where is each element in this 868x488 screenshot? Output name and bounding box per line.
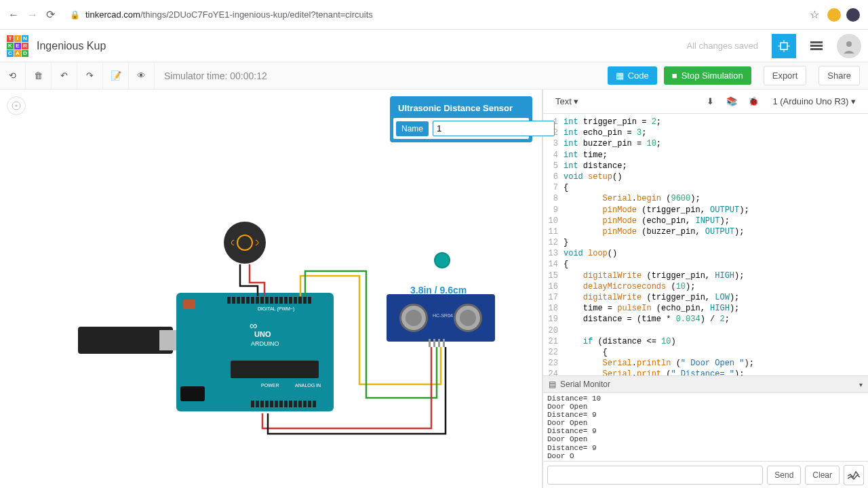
arduino-board[interactable]: DIGITAL (PWM~) ∞ UNO ARDUINO POWER ANALO… [176, 293, 334, 411]
serial-input[interactable] [547, 466, 763, 485]
code-icon: ▦ [616, 70, 624, 81]
svg-rect-6 [810, 45, 823, 47]
code-panel: Text ▾ ⬇ 📚 🐞 1 (Arduino Uno R3) ▾ 1int t… [542, 89, 868, 488]
save-status: All changes saved [686, 41, 758, 51]
component-inspector: Ultrasonic Distance Sensor Name [390, 96, 532, 142]
extension-icon[interactable] [846, 8, 860, 22]
serial-input-row: Send Clear [543, 461, 868, 488]
zoom-fit-button[interactable] [7, 96, 26, 115]
extension-icon[interactable] [827, 8, 841, 22]
serial-monitor-header[interactable]: ▤ Serial Monitor ▾ [543, 375, 868, 393]
clear-button[interactable]: Clear [805, 466, 840, 485]
graph-icon[interactable] [844, 465, 864, 485]
board-select[interactable]: 1 (Arduino Uno R3) ▾ [767, 94, 861, 109]
code-editor[interactable]: 1int trigger_pin = 2;2int echo_pin = 3;3… [543, 114, 868, 375]
svg-rect-7 [810, 48, 823, 50]
simulator-time: Simulator time: 00:00:12 [155, 70, 608, 81]
svg-point-10 [16, 105, 18, 107]
code-toolbar: Text ▾ ⬇ 📚 🐞 1 (Arduino Uno R3) ▾ [543, 89, 868, 114]
app-header: TIN KER CAD Ingenious Kup All changes sa… [0, 30, 868, 62]
visibility-icon[interactable]: 👁 [129, 63, 155, 89]
extension-icons [827, 8, 860, 22]
svg-rect-5 [810, 41, 823, 43]
usb-cable[interactable] [78, 327, 173, 354]
serial-output[interactable]: Distance= 10Door OpenDistance= 9Door Ope… [543, 393, 868, 461]
url-host: tinkercad.com [85, 9, 140, 20]
delete-icon[interactable]: 🗑 [26, 63, 52, 89]
bookmark-icon[interactable]: ☆ [810, 8, 819, 21]
download-icon[interactable]: ⬇ [702, 94, 718, 110]
power-jack [180, 386, 205, 401]
reload-icon[interactable]: ⟳ [46, 8, 55, 21]
export-button[interactable]: Export [764, 66, 807, 85]
notes-icon[interactable]: 📝 [103, 63, 129, 89]
transducer-right [454, 304, 482, 332]
serial-monitor-icon: ▤ [549, 380, 556, 389]
components-list-button[interactable] [804, 34, 829, 58]
svg-rect-0 [781, 43, 787, 49]
send-button[interactable]: Send [767, 466, 801, 485]
debug-icon[interactable]: 🐞 [745, 94, 762, 110]
usb-connector [159, 330, 178, 350]
reset-button[interactable] [183, 300, 195, 309]
speaker-icon [237, 235, 253, 251]
transducer-left [399, 304, 428, 332]
url-path: /things/2DUoC7FoYE1-ingenious-kup/editel… [140, 9, 373, 20]
piezo-buzzer[interactable] [224, 222, 266, 264]
code-button[interactable]: ▦ Code [608, 66, 657, 85]
distance-target[interactable] [434, 252, 450, 268]
editor-toolbar: ⟲ 🗑 ↶ ↷ 📝 👁 Simulator time: 00:00:12 ▦ C… [0, 62, 868, 89]
forward-icon[interactable]: → [27, 9, 38, 21]
tinkercad-logo[interactable]: TIN KER CAD [7, 35, 28, 57]
code-mode-select[interactable]: Text ▾ [550, 94, 584, 109]
redo-icon[interactable]: ↷ [77, 63, 103, 89]
microcontroller-chip [231, 361, 319, 378]
rotate-icon[interactable]: ⟲ [0, 63, 26, 89]
name-field-label: Name [396, 121, 429, 136]
circuit-canvas[interactable]: 3.8in / 9.6cm Ultrasonic Distance Sensor… [0, 89, 542, 488]
library-icon[interactable]: 📚 [724, 94, 740, 110]
ultrasonic-sensor[interactable]: HC-SR04 [387, 294, 495, 342]
circuits-view-button[interactable] [772, 34, 796, 58]
user-avatar[interactable] [837, 34, 861, 58]
lock-icon: 🔒 [70, 10, 80, 20]
share-button[interactable]: Share [818, 66, 860, 85]
name-field-input[interactable] [433, 121, 555, 136]
stop-icon: ■ [672, 70, 677, 81]
address-bar[interactable]: 🔒 tinkercad.com/things/2DUoC7FoYE1-ingen… [63, 9, 802, 20]
stop-simulation-button[interactable]: ■ Stop Simulation [664, 66, 751, 85]
project-name[interactable]: Ingenious Kup [37, 40, 678, 52]
chevron-down-icon: ▾ [859, 381, 863, 388]
back-icon[interactable]: ← [8, 9, 19, 21]
svg-point-8 [846, 41, 852, 47]
browser-toolbar: ← → ⟳ 🔒 tinkercad.com/things/2DUoC7FoYE1… [0, 0, 868, 30]
undo-icon[interactable]: ↶ [52, 63, 77, 89]
inspector-title: Ultrasonic Distance Sensor [393, 99, 530, 117]
